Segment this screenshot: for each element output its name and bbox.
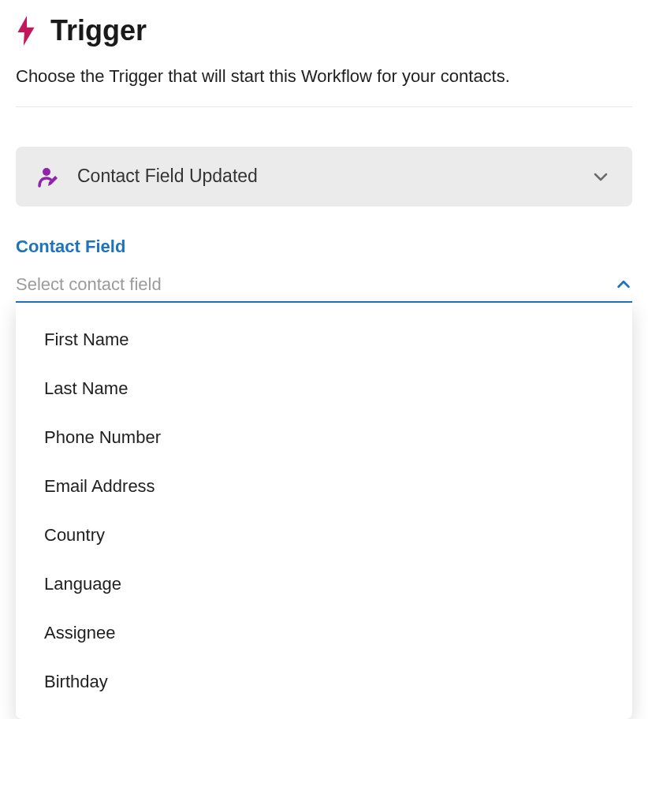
lightning-bolt-icon [16, 16, 36, 46]
contact-field-label: Contact Field [16, 237, 632, 257]
contact-field-placeholder: Select contact field [16, 274, 162, 295]
dropdown-option[interactable]: Email Address [16, 462, 632, 511]
divider [16, 106, 632, 107]
contact-field-dropdown: First Name Last Name Phone Number Email … [16, 303, 632, 719]
page-title: Trigger [50, 14, 147, 47]
page-header: Trigger [16, 14, 632, 47]
contact-field-section: Contact Field Select contact field First… [16, 237, 632, 719]
dropdown-option[interactable]: Last Name [16, 364, 632, 413]
chevron-up-icon [615, 276, 632, 293]
trigger-type-selector[interactable]: Contact Field Updated [16, 147, 632, 207]
dropdown-option[interactable]: Assignee [16, 609, 632, 657]
page-description: Choose the Trigger that will start this … [16, 65, 632, 89]
dropdown-option[interactable]: Birthday [16, 657, 632, 706]
dropdown-option[interactable]: First Name [16, 315, 632, 364]
dropdown-option[interactable]: Phone Number [16, 413, 632, 462]
svg-point-0 [43, 168, 50, 176]
dropdown-option[interactable]: Country [16, 511, 632, 560]
chevron-down-icon [591, 167, 610, 186]
dropdown-option[interactable]: Language [16, 560, 632, 609]
trigger-type-label: Contact Field Updated [77, 166, 258, 187]
contact-field-select[interactable]: Select contact field [16, 265, 632, 303]
user-edit-icon [38, 166, 60, 188]
